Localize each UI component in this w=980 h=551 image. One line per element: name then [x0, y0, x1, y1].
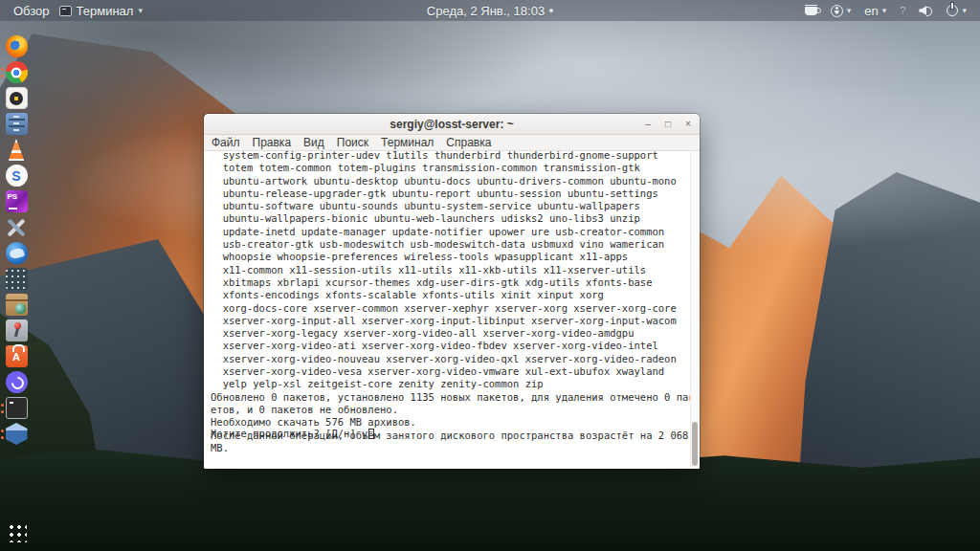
terminal-output-line: whoopsie whoopsie-preferences wireless-t…: [211, 251, 690, 263]
system-menu[interactable]: ▾: [947, 5, 967, 16]
menu-view[interactable]: Вид: [303, 136, 324, 149]
accessibility-menu[interactable]: ▾: [831, 5, 852, 17]
terminal-output-line: ubuntu-artwork ubuntu-desktop ubuntu-doc…: [211, 175, 690, 187]
terminal-prompt-line: Хотите продолжить? [Д/н] y: [211, 428, 690, 440]
close-button[interactable]: ×: [682, 120, 694, 129]
terminal-output-line: xserver-xorg-video-vesa xserver-xorg-vid…: [211, 365, 690, 378]
launcher-item-viber[interactable]: [0, 369, 33, 395]
camera-lens-app-icon: [6, 87, 28, 109]
terminal-cursor: [368, 429, 374, 439]
terminal-output-line: ubuntu-wallpapers-bionic ubuntu-web-laun…: [211, 212, 690, 225]
launcher-item-file-cabinet-app[interactable]: [0, 111, 33, 137]
running-indicator-dots: [1, 68, 4, 77]
virtualbox-cube-icon: [6, 423, 28, 445]
terminal-output-line: xserver-xorg-video-nouveau xserver-xorg-…: [211, 353, 690, 365]
terminal-output-line: totem totem-common totem-plugins transmi…: [211, 162, 690, 174]
window-title: sergiy@losst-server: ~: [204, 118, 700, 131]
chevron-down-icon: ▾: [138, 6, 143, 15]
terminal-output-line: xserver-xorg-legacy xserver-xorg-video-a…: [211, 327, 690, 340]
terminal-output-line: xfonts-encodings xfonts-scalable xfonts-…: [211, 289, 690, 301]
package-globe-icon: [6, 294, 28, 316]
launcher-item-vlc[interactable]: [0, 137, 33, 163]
launcher-item-phpstorm[interactable]: PS: [0, 188, 33, 214]
phpstorm-icon: PS: [6, 190, 28, 212]
launcher-item-firefox[interactable]: [0, 33, 33, 59]
terminal-output-line: system-config-printer-udev t1utils thund…: [211, 151, 690, 162]
launcher-item-package-globe-app[interactable]: [0, 292, 33, 318]
file-cabinet-icon: [6, 113, 28, 135]
terminal-output-line: xbitmaps xbrlapi xcursor-themes xdg-user…: [211, 276, 690, 289]
chevron-down-icon: ▾: [847, 6, 852, 15]
clock-menu[interactable]: Среда, 2 Янв., 18:03: [427, 4, 545, 18]
power-icon: [947, 5, 958, 16]
notification-dot-icon: [549, 9, 553, 12]
crossed-tools-icon: [6, 216, 28, 238]
terminal-mini-icon: [59, 6, 72, 16]
running-indicator-dots: [1, 430, 4, 439]
launcher-item-lever-app[interactable]: [0, 318, 33, 343]
terminal-titlebar[interactable]: sergiy@losst-server: ~ – □ ×: [204, 114, 700, 135]
chevron-down-icon: ▾: [882, 6, 887, 15]
launcher-item-calculator[interactable]: [0, 266, 33, 292]
terminal-output-line: x11-common x11-session-utils x11-utils x…: [211, 264, 690, 276]
terminal-icon: [6, 397, 28, 419]
maximize-button[interactable]: □: [662, 120, 674, 129]
menu-search[interactable]: Поиск: [337, 136, 368, 149]
app-menu[interactable]: Терминал ▾: [59, 4, 143, 18]
running-indicator-dots: [1, 404, 4, 413]
terminal-output-line: update-inetd update-manager update-notif…: [211, 226, 690, 238]
software-bag-icon: A: [6, 345, 28, 367]
launcher-item-camera-lens-app[interactable]: [0, 85, 33, 111]
app-menu-label: Терминал: [77, 4, 134, 18]
terminal-scrollbar[interactable]: [690, 151, 700, 469]
terminal-output-line: xserver-xorg-video-ati xserver-xorg-vide…: [211, 340, 690, 352]
menu-terminal[interactable]: Терминал: [381, 136, 434, 149]
volume-icon: [919, 5, 933, 16]
question-indicator[interactable]: ?: [900, 5, 905, 16]
launcher-item-thunderbird[interactable]: [0, 240, 33, 266]
terminal-menubar: Файл Правка Вид Поиск Терминал Справка: [204, 135, 700, 151]
minimize-button[interactable]: –: [642, 120, 654, 129]
launcher-item-chrome[interactable]: [0, 59, 33, 85]
terminal-content[interactable]: system-config-printer-udev t1utils thund…: [204, 151, 700, 469]
scrollbar-thumb[interactable]: [692, 422, 698, 466]
viber-icon: [6, 371, 28, 393]
menu-edit[interactable]: Правка: [253, 136, 292, 149]
terminal-output-line: xorg-docs-core xserver-common xserver-xe…: [211, 302, 690, 315]
apps-grid-icon: [7, 522, 27, 542]
terminal-output-line: yelp yelp-xsl zeitgeist-core zenity zeni…: [211, 378, 690, 390]
firefox-icon: [6, 35, 28, 57]
s-logo-app-icon: S: [6, 165, 28, 187]
launcher-item-tools[interactable]: [0, 214, 33, 240]
terminal-output-line: usb-creator-gtk usb-modeswitch usb-modes…: [211, 238, 690, 251]
launcher-dock: S PS A: [0, 21, 33, 551]
launcher-item-terminal[interactable]: [0, 395, 33, 421]
keyboard-layout-menu[interactable]: en ▾: [864, 4, 886, 18]
terminal-output-line: xserver-xorg-input-all xserver-xorg-inpu…: [211, 315, 690, 327]
lever-switch-icon: [6, 320, 28, 342]
launcher-item-s-app[interactable]: S: [0, 163, 33, 188]
terminal-output-line: ubuntu-software ubuntu-sounds ubuntu-sys…: [211, 200, 690, 212]
terminal-output-line: ubuntu-release-upgrader-gtk ubuntu-repor…: [211, 187, 690, 200]
keyboard-layout-label: en: [864, 4, 878, 18]
caffeine-indicator[interactable]: [805, 6, 817, 15]
chevron-down-icon: ▾: [962, 6, 967, 15]
terminal-window: sergiy@losst-server: ~ – □ × Файл Правка…: [204, 114, 700, 469]
launcher-item-virtualbox[interactable]: [0, 421, 33, 447]
volume-indicator[interactable]: [919, 5, 933, 16]
overview-button[interactable]: Обзор: [13, 4, 50, 18]
menu-file[interactable]: Файл: [212, 136, 240, 149]
thunderbird-icon: [6, 242, 28, 264]
menu-help[interactable]: Справка: [446, 136, 491, 149]
calculator-icon: [6, 268, 28, 290]
launcher-item-ubuntu-software[interactable]: A: [0, 343, 33, 369]
chrome-icon: [6, 61, 28, 83]
top-panel: Обзор Терминал ▾ Среда, 2 Янв., 18:03 ▾ …: [0, 0, 980, 21]
coffee-cup-icon: [805, 7, 817, 15]
desktop: Обзор Терминал ▾ Среда, 2 Янв., 18:03 ▾ …: [0, 0, 980, 551]
show-apps-button[interactable]: [0, 519, 33, 545]
accessibility-icon: [831, 5, 843, 17]
vlc-cone-icon: [6, 139, 28, 161]
